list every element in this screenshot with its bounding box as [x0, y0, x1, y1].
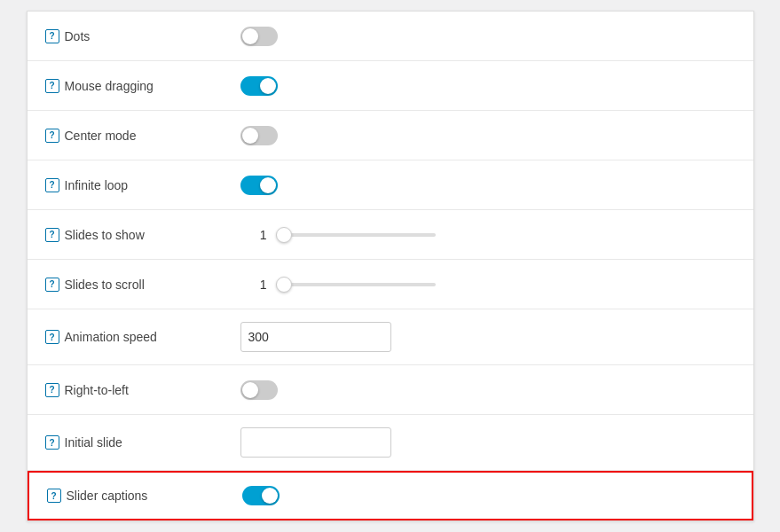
toggle-dots[interactable] [240, 27, 278, 46]
help-icon-slides-to-show[interactable]: ? [45, 228, 59, 242]
setting-control-dots [240, 27, 736, 46]
text-input-initial-slide[interactable] [240, 427, 391, 458]
label-text-initial-slide: Initial slide [65, 435, 122, 450]
setting-row-infinite-loop: ?Infinite loop [28, 160, 753, 210]
label-text-slides-to-scroll: Slides to scroll [65, 278, 145, 292]
help-icon-dots[interactable]: ? [45, 29, 59, 43]
toggle-thumb-slider-captions [262, 488, 278, 504]
setting-label-mouse-dragging: ?Mouse dragging [45, 79, 240, 93]
help-icon-slides-to-scroll[interactable]: ? [45, 278, 59, 292]
label-text-slider-captions: Slider captions [67, 489, 148, 503]
setting-row-right-to-left: ?Right-to-left [28, 365, 753, 415]
setting-label-animation-speed: ?Animation speed [45, 330, 240, 344]
label-text-center-mode: Center mode [65, 129, 137, 143]
setting-row-mouse-dragging: ?Mouse dragging [28, 61, 753, 111]
slider-container-slides-to-scroll: 1 [240, 278, 436, 292]
settings-panel: ?Dots?Mouse dragging?Center mode?Infinit… [27, 11, 754, 521]
setting-control-slider-captions [242, 486, 734, 505]
text-input-animation-speed[interactable] [240, 322, 391, 352]
setting-label-dots: ?Dots [45, 29, 240, 43]
toggle-center-mode[interactable] [240, 126, 278, 145]
slider-container-slides-to-show: 1 [240, 228, 436, 242]
toggle-thumb-dots [242, 28, 258, 44]
setting-label-slides-to-show: ?Slides to show [45, 228, 240, 242]
toggle-track-infinite-loop [240, 176, 278, 195]
setting-control-center-mode [240, 126, 736, 145]
setting-control-slides-to-show: 1 [240, 228, 736, 242]
setting-control-infinite-loop [240, 176, 736, 195]
label-text-dots: Dots [65, 29, 91, 43]
setting-label-center-mode: ?Center mode [45, 129, 240, 143]
setting-label-initial-slide: ?Initial slide [45, 435, 240, 450]
label-text-right-to-left: Right-to-left [65, 383, 129, 397]
toggle-mouse-dragging[interactable] [240, 76, 278, 96]
setting-row-slides-to-scroll: ?Slides to scroll1 [28, 260, 753, 309]
setting-control-slides-to-scroll: 1 [240, 278, 736, 292]
toggle-track-mouse-dragging [240, 76, 278, 96]
range-input-slides-to-show[interactable] [276, 233, 436, 237]
slider-value-slides-to-scroll: 1 [240, 278, 267, 292]
setting-row-animation-speed: ?Animation speed [28, 309, 753, 365]
toggle-track-right-to-left [240, 380, 278, 400]
toggle-track-slider-captions [242, 486, 280, 505]
help-icon-right-to-left[interactable]: ? [45, 383, 59, 397]
toggle-right-to-left[interactable] [240, 380, 278, 400]
toggle-thumb-infinite-loop [260, 177, 276, 193]
setting-label-slider-captions: ?Slider captions [47, 489, 242, 503]
setting-label-right-to-left: ?Right-to-left [45, 383, 240, 397]
setting-label-infinite-loop: ?Infinite loop [45, 178, 240, 192]
help-icon-infinite-loop[interactable]: ? [45, 178, 59, 192]
setting-row-slides-to-show: ?Slides to show1 [28, 210, 753, 260]
help-icon-initial-slide[interactable]: ? [45, 435, 59, 450]
toggle-track-dots [240, 27, 278, 46]
help-icon-mouse-dragging[interactable]: ? [45, 79, 59, 93]
toggle-slider-captions[interactable] [242, 486, 280, 505]
setting-control-initial-slide [240, 427, 736, 458]
setting-label-slides-to-scroll: ?Slides to scroll [45, 278, 240, 292]
slider-value-slides-to-show: 1 [240, 228, 267, 242]
toggle-thumb-mouse-dragging [260, 78, 276, 94]
help-icon-animation-speed[interactable]: ? [45, 330, 59, 344]
setting-control-right-to-left [240, 380, 736, 400]
label-text-animation-speed: Animation speed [65, 330, 157, 344]
help-icon-center-mode[interactable]: ? [45, 129, 59, 143]
setting-control-mouse-dragging [240, 76, 736, 96]
label-text-infinite-loop: Infinite loop [65, 178, 129, 192]
help-icon-slider-captions[interactable]: ? [47, 489, 61, 503]
range-input-slides-to-scroll[interactable] [276, 283, 436, 286]
setting-row-slider-captions: ?Slider captions [28, 471, 753, 520]
toggle-infinite-loop[interactable] [240, 176, 278, 195]
setting-row-center-mode: ?Center mode [28, 111, 753, 160]
label-text-mouse-dragging: Mouse dragging [65, 79, 154, 93]
setting-control-animation-speed [240, 322, 736, 352]
toggle-track-center-mode [240, 126, 278, 145]
setting-row-dots: ?Dots [28, 12, 753, 61]
label-text-slides-to-show: Slides to show [65, 228, 145, 242]
toggle-thumb-center-mode [242, 128, 258, 144]
toggle-thumb-right-to-left [242, 382, 258, 398]
setting-row-initial-slide: ?Initial slide [28, 415, 753, 471]
